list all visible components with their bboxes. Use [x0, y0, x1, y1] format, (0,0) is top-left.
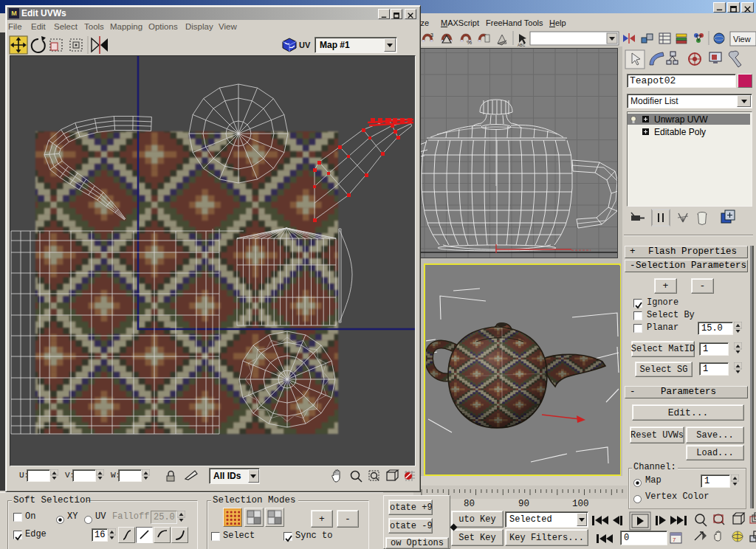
svg-text:%: % — [467, 39, 472, 46]
svg-text:3: 3 — [430, 32, 433, 38]
svg-text:View: View — [733, 35, 751, 44]
svg-text:7: 7 — [673, 536, 676, 543]
